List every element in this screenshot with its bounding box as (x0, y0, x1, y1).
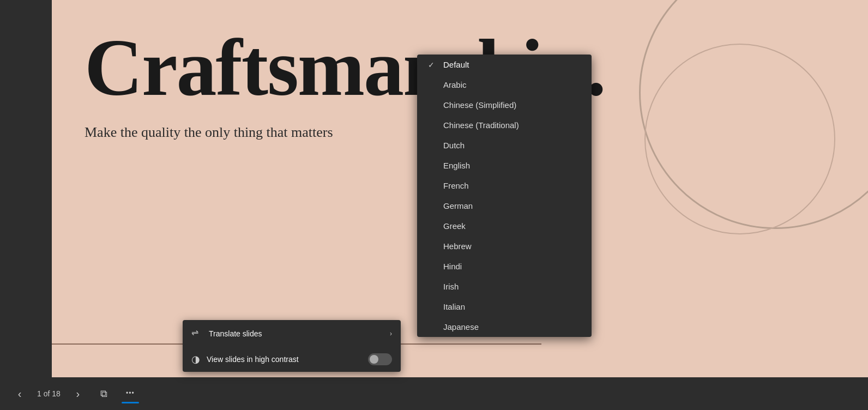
contrast-label: View slides in high contrast (207, 355, 299, 364)
prev-slide-button[interactable]: ‹ (11, 385, 28, 402)
lang-item-arabic[interactable]: Arabic (417, 75, 592, 95)
lang-item-chinese-simplified[interactable]: Chinese (Simplified) (417, 95, 592, 115)
next-slide-button[interactable]: › (69, 385, 87, 402)
lang-item-greek[interactable]: Greek (417, 216, 592, 236)
translate-icon: ⇌ (191, 327, 202, 340)
lang-name-italian: Italian (443, 302, 581, 311)
page-indicator: 1 of 18 (37, 389, 61, 398)
translate-slides-menu-item[interactable]: ⇌ Translate slides › (183, 320, 401, 347)
lang-name-dutch: Dutch (443, 141, 581, 150)
lang-item-english[interactable]: English (417, 155, 592, 176)
slides-view-button[interactable]: ⧉ (95, 385, 113, 402)
lang-name-french: French (443, 181, 581, 190)
lang-item-irish[interactable]: Irish (417, 276, 592, 297)
lang-name-irish: Irish (443, 282, 581, 291)
lang-item-dutch[interactable]: Dutch (417, 135, 592, 155)
active-tab-indicator (122, 402, 139, 403)
context-menu: ⇌ Translate slides › ◑ View slides in hi… (183, 320, 401, 372)
lang-name-german: German (443, 201, 581, 210)
lang-item-italian[interactable]: Italian (417, 297, 592, 317)
bottom-toolbar: ‹ 1 of 18 › ⧉ ••• (0, 377, 868, 410)
circle-decoration-small (644, 44, 835, 234)
lang-item-french[interactable]: French (417, 176, 592, 196)
toggle-knob (370, 355, 378, 364)
lang-name-chinese-traditional: Chinese (Traditional) (443, 120, 581, 130)
language-list: ✓DefaultArabicChinese (Simplified)Chines… (417, 55, 592, 337)
svg-text:⇌: ⇌ (191, 328, 198, 337)
lang-name-japanese: Japanese (443, 322, 581, 331)
lang-name-hebrew: Hebrew (443, 242, 581, 251)
contrast-icon: ◑ (191, 353, 200, 365)
language-dropdown: ✓DefaultArabicChinese (Simplified)Chines… (417, 55, 592, 337)
left-panel (0, 0, 52, 377)
lang-name-default: Default (443, 60, 581, 69)
high-contrast-menu-item[interactable]: ◑ View slides in high contrast (183, 347, 401, 372)
translate-chevron-icon: › (390, 330, 392, 337)
translate-label: Translate slides (209, 329, 262, 338)
lang-name-chinese-simplified: Chinese (Simplified) (443, 100, 581, 110)
lang-name-arabic: Arabic (443, 80, 581, 89)
lang-item-hebrew[interactable]: Hebrew (417, 236, 592, 256)
lang-item-german[interactable]: German (417, 196, 592, 216)
more-options-button[interactable]: ••• (122, 384, 139, 402)
lang-item-japanese[interactable]: Japanese (417, 317, 592, 337)
lang-item-hindi[interactable]: Hindi (417, 256, 592, 276)
lang-name-english: English (443, 161, 581, 170)
check-icon-default: ✓ (428, 61, 437, 69)
lang-name-greek: Greek (443, 221, 581, 231)
lang-item-chinese-traditional[interactable]: Chinese (Traditional) (417, 115, 592, 135)
lang-item-default[interactable]: ✓Default (417, 55, 592, 75)
lang-name-hindi: Hindi (443, 262, 581, 271)
high-contrast-toggle[interactable] (368, 353, 392, 365)
